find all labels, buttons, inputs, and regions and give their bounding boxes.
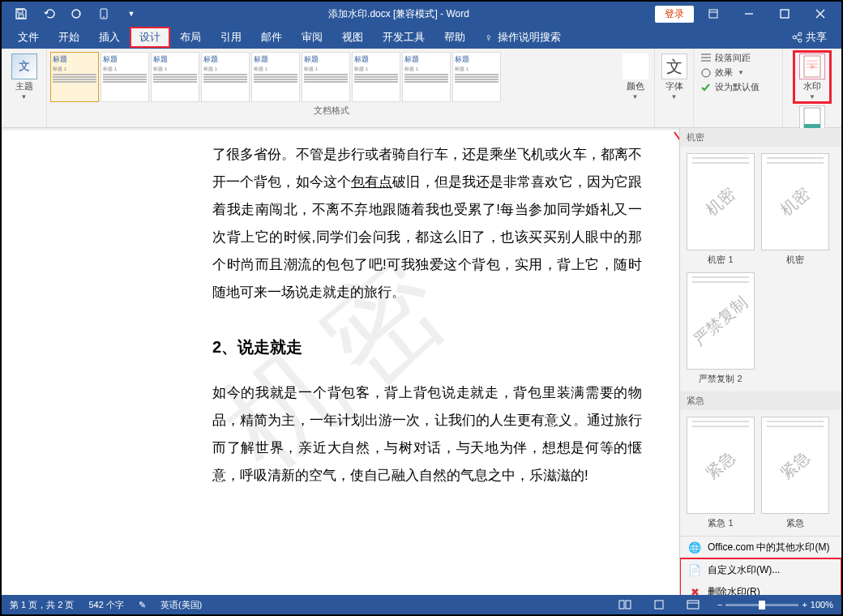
- language-indicator[interactable]: 英语(美国): [160, 599, 202, 611]
- themes-button[interactable]: 文 主题 ▼: [6, 52, 42, 102]
- remove-watermark[interactable]: ✖ 删除水印(R): [680, 581, 841, 595]
- document-page[interactable]: 机密 了很多省份。不管是步行或者骑自行车，还是乘坐飞机或火车，都离不开一个背包，…: [2, 128, 679, 595]
- svg-rect-5: [781, 10, 789, 18]
- watermark-option[interactable]: 紧急紧急: [761, 417, 829, 529]
- effects-label: 效果: [715, 66, 733, 79]
- tab-layout[interactable]: 布局: [170, 27, 211, 48]
- watermark-option[interactable]: 机密机密 1: [687, 153, 755, 266]
- svg-rect-4: [709, 10, 717, 18]
- title-bar: ▼ 添加水印.docx [兼容模式] - Word 登录: [2, 2, 841, 26]
- tab-file[interactable]: 文件: [8, 27, 49, 48]
- text: 破旧，但是我还是非常喜欢它，因为它跟着我走南闯北，不离不弃地跟随着我也受累了!每…: [212, 174, 642, 300]
- minimize-button[interactable]: [733, 2, 765, 25]
- watermark-menu: 🌐 Office.com 中的其他水印(M): [680, 536, 841, 558]
- close-button[interactable]: [804, 2, 837, 25]
- redo-button[interactable]: [65, 4, 88, 24]
- watermark-button[interactable]: A 水印 ▼: [794, 52, 830, 102]
- svg-point-6: [793, 36, 796, 39]
- doc-format-gallery[interactable]: 标题标题 1标题标题 1标题标题 1标题标题 1标题标题 1标题标题 1标题标题…: [47, 49, 616, 127]
- tell-me[interactable]: ♀ 操作说明搜索: [475, 27, 571, 48]
- watermark-gallery-panel: 机密 机密机密 1机密机密 严禁复制 严禁复制 2 紧急 紧急紧急 1紧急紧急 …: [679, 128, 841, 595]
- zoom-control[interactable]: − + 100%: [717, 600, 833, 610]
- watermark-option[interactable]: 机密机密: [761, 153, 829, 266]
- text-underlined: 包有点: [351, 174, 392, 190]
- spellcheck-icon[interactable]: ✎: [139, 600, 146, 610]
- doc-format-thumb[interactable]: 标题标题 1: [201, 52, 250, 102]
- doc-format-thumb[interactable]: 标题标题 1: [452, 52, 501, 102]
- gallery-section-header: 机密: [680, 128, 841, 147]
- annotation-arrow: [666, 128, 679, 225]
- page-icon: 📄: [688, 564, 701, 577]
- word-count[interactable]: 542 个字: [88, 599, 123, 611]
- office-more-watermarks[interactable]: 🌐 Office.com 中的其他水印(M): [680, 537, 841, 558]
- tab-design[interactable]: 设计: [130, 27, 170, 48]
- read-mode-button[interactable]: [615, 597, 635, 612]
- zoom-out[interactable]: −: [717, 600, 722, 610]
- svg-rect-19: [687, 601, 699, 609]
- colors-icon: [623, 53, 648, 79]
- doc-format-thumb[interactable]: 标题标题 1: [352, 52, 400, 102]
- zoom-value[interactable]: 100%: [811, 600, 833, 610]
- doc-format-thumb[interactable]: 标题标题 1: [151, 52, 199, 102]
- tab-references[interactable]: 引用: [211, 27, 251, 48]
- fonts-button[interactable]: 文 字体 ▼: [657, 52, 692, 102]
- svg-point-9: [702, 69, 710, 77]
- check-icon: [700, 82, 712, 93]
- tab-review[interactable]: 审阅: [292, 27, 332, 48]
- svg-rect-1: [19, 15, 24, 18]
- share-button[interactable]: 共享: [783, 27, 835, 48]
- document-area: 机密 了很多省份。不管是步行或者骑自行车，还是乘坐飞机或火车，都离不开一个背包，…: [2, 128, 841, 595]
- doc-format-thumb[interactable]: 标题标题 1: [251, 52, 300, 102]
- tab-mailings[interactable]: 邮件: [251, 27, 292, 48]
- save-button[interactable]: [10, 4, 32, 24]
- page-indicator[interactable]: 第 1 页，共 2 页: [10, 599, 74, 611]
- touch-mode-button[interactable]: [92, 4, 115, 24]
- tab-insert[interactable]: 插入: [89, 27, 130, 48]
- tab-view[interactable]: 视图: [332, 27, 373, 48]
- login-button[interactable]: 登录: [655, 6, 694, 23]
- colors-button[interactable]: 颜色 ▼: [618, 52, 653, 102]
- tab-help[interactable]: 帮助: [434, 27, 475, 48]
- gallery-section-header: 紧急: [680, 391, 841, 410]
- zoom-slider[interactable]: [725, 604, 798, 606]
- delete-icon: ✖: [688, 586, 701, 596]
- globe-icon: 🌐: [688, 541, 701, 554]
- ribbon-options-button[interactable]: [697, 2, 730, 25]
- ribbon-tabs: 文件 开始 插入 设计 布局 引用 邮件 审阅 视图 开发工具 帮助 ♀ 操作说…: [2, 26, 841, 49]
- watermark-option[interactable]: 严禁复制 严禁复制 2: [687, 272, 755, 385]
- svg-rect-16: [619, 601, 624, 609]
- custom-watermark[interactable]: 📄 自定义水印(W)...: [680, 559, 841, 581]
- doc-format-thumb[interactable]: 标题标题 1: [101, 52, 149, 102]
- watermark-text: 严禁复制: [689, 292, 753, 350]
- effects-button[interactable]: 效果 ▼: [700, 66, 760, 79]
- fonts-label: 字体: [665, 81, 683, 92]
- set-default-button[interactable]: 设为默认值: [700, 81, 760, 93]
- status-bar: 第 1 页，共 2 页 542 个字 ✎ 英语(美国) − + 100%: [2, 595, 841, 614]
- undo-button[interactable]: [37, 4, 60, 24]
- svg-point-8: [798, 39, 802, 42]
- tab-home[interactable]: 开始: [49, 27, 89, 48]
- zoom-in[interactable]: +: [802, 600, 807, 610]
- tab-developer[interactable]: 开发工具: [373, 27, 434, 48]
- share-icon: [791, 32, 802, 43]
- paragraph-spacing-button[interactable]: 段落间距: [700, 52, 760, 64]
- qat-dropdown[interactable]: ▼: [120, 4, 143, 24]
- doc-format-thumb[interactable]: 标题标题 1: [302, 52, 350, 102]
- share-label: 共享: [806, 30, 827, 45]
- print-layout-button[interactable]: [649, 597, 669, 612]
- menu-label: 删除水印(R): [708, 585, 760, 595]
- paragraph: 了很多省份。不管是步行或者骑自行车，还是乘坐飞机或火车，都离不开一个背包，如今这…: [212, 141, 642, 306]
- paragraph: 如今的我就是一个背包客，背上背包说走就走，背包里装满需要的物品，精简为主，一年计…: [212, 379, 642, 490]
- watermark-icon: A: [799, 53, 825, 79]
- watermark-caption: 严禁复制 2: [699, 373, 742, 385]
- watermark-option[interactable]: 紧急紧急 1: [687, 417, 755, 529]
- web-layout-button[interactable]: [683, 597, 703, 612]
- svg-rect-0: [18, 10, 23, 13]
- themes-icon: 文: [11, 53, 37, 79]
- heading: 2、说走就走: [212, 331, 642, 363]
- colors-label: 颜色: [627, 81, 644, 92]
- doc-format-thumb[interactable]: 标题标题 1: [402, 52, 451, 102]
- svg-rect-17: [626, 601, 631, 609]
- doc-format-thumb[interactable]: 标题标题 1: [50, 52, 99, 102]
- maximize-button[interactable]: [768, 2, 801, 25]
